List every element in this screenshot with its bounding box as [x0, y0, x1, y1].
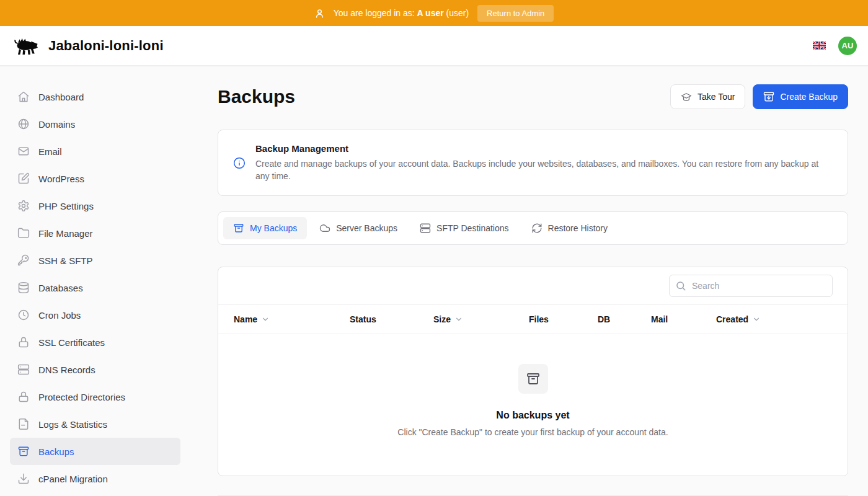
search-input[interactable] [669, 275, 833, 297]
chevron-down-icon [752, 315, 761, 324]
key-icon [17, 254, 30, 267]
empty-state: No backups yet Click "Create Backup" to … [218, 334, 848, 476]
user-avatar[interactable]: AU [838, 37, 857, 55]
column-label: Size [433, 314, 451, 324]
sidebar-item[interactable]: SSH & SFTP [10, 247, 180, 274]
sidebar-item-label: Email [38, 146, 62, 157]
sidebar-item[interactable]: Backups [10, 438, 180, 465]
sidebar-item-label: Domains [38, 119, 75, 130]
cloud-icon [319, 223, 330, 234]
column-label: DB [598, 314, 610, 324]
column-label: Name [234, 314, 257, 324]
language-flag-icon[interactable] [813, 41, 826, 50]
sidebar-item[interactable]: WordPress [10, 165, 180, 192]
sidebar-item-label: cPanel Migration [38, 474, 108, 484]
mail-icon [17, 145, 30, 157]
refresh-icon [531, 223, 542, 234]
info-card-title: Backup Management [255, 143, 833, 154]
table-column-header[interactable]: DB [598, 314, 651, 324]
chevron-down-icon [261, 315, 270, 324]
chevron-down-icon [454, 315, 463, 324]
sidebar-item-label: WordPress [38, 174, 84, 184]
tab[interactable]: Restore History [521, 217, 618, 239]
sidebar-item[interactable]: Domains [10, 110, 180, 138]
sidebar-item[interactable]: Databases [10, 274, 180, 301]
main-content: Backups Take Tour Create Backup [190, 66, 868, 496]
home-icon [17, 91, 30, 103]
globe-icon [17, 118, 30, 130]
sidebar-item-label: Cron Jobs [38, 310, 81, 321]
server-icon [420, 223, 431, 234]
backup-management-info-card: Backup Management Create and manage back… [218, 130, 848, 196]
impersonation-message: You are logged in as: A user (user) [334, 8, 469, 18]
admin-impersonation-bar: You are logged in as: A user (user) Retu… [0, 0, 868, 26]
tab-label: SFTP Destinations [436, 223, 508, 233]
return-to-admin-button[interactable]: Return to Admin [477, 5, 554, 22]
search-icon [675, 280, 686, 291]
sidebar-item[interactable]: Protected Directories [10, 383, 180, 410]
info-card-description: Create and manage backups of your accoun… [255, 157, 833, 182]
boar-logo-icon [12, 35, 40, 57]
clock-icon [17, 309, 30, 321]
column-label: Created [716, 314, 748, 324]
create-backup-button[interactable]: Create Backup [753, 84, 848, 109]
app-header: Jabaloni-loni-loni AU [0, 26, 868, 66]
take-tour-button[interactable]: Take Tour [670, 84, 745, 109]
user-icon [314, 8, 325, 19]
lock-icon [17, 391, 30, 403]
impersonated-user-role: (user) [446, 8, 469, 18]
sidebar-item-label: Protected Directories [38, 392, 125, 402]
app-title: Jabaloni-loni-loni [48, 38, 164, 54]
sidebar-item-label: SSL Certificates [38, 337, 105, 348]
empty-state-icon-box [518, 364, 548, 394]
sidebar-item[interactable]: DNS Records [10, 356, 180, 383]
sidebar-item-label: SSH & SFTP [38, 255, 93, 266]
archive-down-icon [763, 91, 774, 102]
table-column-header[interactable]: Mail [651, 314, 716, 324]
info-icon [233, 157, 246, 169]
backups-table-card: Name Status Size [218, 267, 848, 476]
empty-state-title: No backups yet [496, 410, 569, 421]
sidebar-item-label: PHP Settings [38, 201, 94, 211]
graduation-cap-icon [681, 91, 692, 102]
sidebar-item[interactable]: cPanel Migration [10, 465, 180, 492]
table-column-header[interactable]: Files [529, 314, 598, 324]
empty-state-description: Click "Create Backup" to create your fir… [397, 427, 668, 437]
sidebar-item-label: Backups [38, 446, 74, 457]
sidebar-item[interactable]: Email [10, 138, 180, 165]
backup-tabs: My Backups Server Backups SFTP Destinati… [218, 211, 848, 245]
table-column-header[interactable]: Status [350, 314, 433, 324]
tab[interactable]: Server Backups [309, 217, 407, 239]
tab-label: Restore History [548, 223, 608, 233]
tab[interactable]: My Backups [223, 217, 307, 239]
column-label: Mail [651, 314, 668, 324]
database-icon [17, 281, 30, 294]
column-label: Status [350, 314, 376, 324]
table-column-header[interactable]: Name [234, 314, 350, 324]
server-icon [17, 363, 30, 376]
column-label: Files [529, 314, 549, 324]
sidebar-item-label: Databases [38, 283, 83, 293]
page-title: Backups [218, 86, 295, 107]
table-column-header[interactable]: Created [716, 314, 833, 324]
tab-label: Server Backups [336, 223, 397, 233]
sidebar-item-label: DNS Records [38, 365, 95, 375]
sidebar-item[interactable]: File Manager [10, 219, 180, 247]
sidebar-item[interactable]: PHP Settings [10, 192, 180, 219]
sidebar-item[interactable]: SSL Certificates [10, 329, 180, 356]
sidebar-item-label: Dashboard [38, 92, 84, 102]
edit-icon [17, 172, 30, 185]
sidebar-item[interactable]: Dashboard [10, 83, 180, 110]
lock-icon [17, 336, 30, 348]
tab-label: My Backups [250, 223, 297, 233]
archive-icon [233, 223, 244, 234]
tab[interactable]: SFTP Destinations [410, 217, 518, 239]
table-header-row: Name Status Size [218, 305, 848, 334]
sidebar-item-label: File Manager [38, 228, 93, 239]
sidebar-item-label: Logs & Statistics [38, 419, 107, 430]
file-text-icon [17, 418, 30, 430]
impersonated-user-name: A user [417, 8, 444, 18]
table-column-header[interactable]: Size [433, 314, 529, 324]
sidebar-item[interactable]: Cron Jobs [10, 301, 180, 329]
sidebar-item[interactable]: Logs & Statistics [10, 410, 180, 438]
